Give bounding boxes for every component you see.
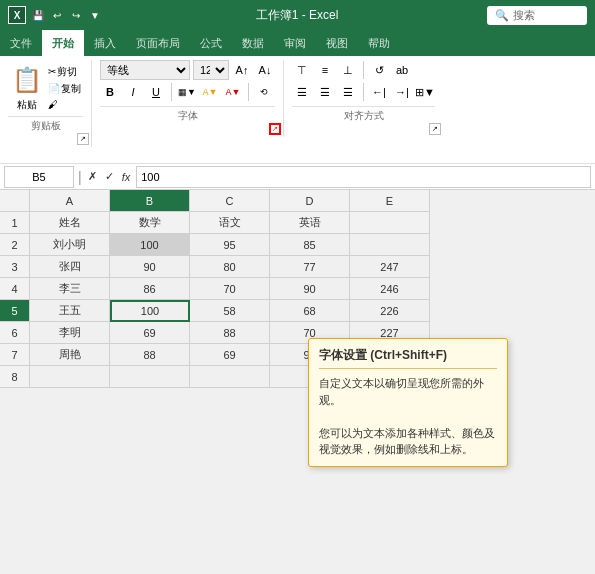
font-color-button[interactable]: A▼: [223, 82, 243, 102]
merge-button[interactable]: ⊞▼: [415, 82, 435, 102]
cell-c1[interactable]: 语文: [190, 212, 270, 234]
cell-c8[interactable]: [190, 366, 270, 388]
cell-c5[interactable]: 58: [190, 300, 270, 322]
cell-e1[interactable]: [350, 212, 430, 234]
align-left-button[interactable]: ☰: [292, 82, 312, 102]
cell-c3[interactable]: 80: [190, 256, 270, 278]
cell-c4[interactable]: 70: [190, 278, 270, 300]
col-header-e[interactable]: E: [350, 190, 430, 212]
font-name-row: 等线 12 A↑ A↓: [100, 60, 275, 80]
cell-e4[interactable]: 246: [350, 278, 430, 300]
col-header-b[interactable]: B: [110, 190, 190, 212]
align-bottom-button[interactable]: ⊥: [338, 60, 358, 80]
cell-b8[interactable]: [110, 366, 190, 388]
column-header-row: A B C D E: [0, 190, 595, 212]
font-label: 字体: [100, 106, 275, 123]
alignment-expander[interactable]: ↗: [429, 123, 441, 135]
col-header-a[interactable]: A: [30, 190, 110, 212]
copy-button[interactable]: 📄复制: [48, 82, 81, 96]
underline-button[interactable]: U: [146, 82, 166, 102]
search-box[interactable]: 🔍 搜索: [487, 6, 587, 25]
row-num-4: 4: [0, 278, 30, 300]
col-header-c[interactable]: C: [190, 190, 270, 212]
cell-a1[interactable]: 姓名: [30, 212, 110, 234]
save-icon[interactable]: 💾: [30, 7, 46, 23]
clipboard-group: 📋 粘贴 ✂剪切 📄复制 🖌 剪贴板 ↗: [8, 60, 92, 147]
fill-color-button[interactable]: A▼: [200, 82, 220, 102]
tab-view[interactable]: 视图: [316, 30, 358, 56]
cell-e2[interactable]: [350, 234, 430, 256]
cell-c6[interactable]: 88: [190, 322, 270, 344]
tab-home[interactable]: 开始: [42, 30, 84, 56]
cell-d3[interactable]: 77: [270, 256, 350, 278]
tab-insert[interactable]: 插入: [84, 30, 126, 56]
tab-review[interactable]: 审阅: [274, 30, 316, 56]
cell-b6[interactable]: 69: [110, 322, 190, 344]
cell-b1[interactable]: 数学: [110, 212, 190, 234]
cell-b3[interactable]: 90: [110, 256, 190, 278]
format-painter-button[interactable]: 🖌: [48, 99, 81, 110]
redo-icon[interactable]: ↪: [68, 7, 84, 23]
alignment-group: ⊤ ≡ ⊥ ↺ ab ☰ ☰ ☰ ←| →| ⊞▼ 对齐方式 ↗: [292, 60, 443, 137]
cell-d5[interactable]: 68: [270, 300, 350, 322]
cut-icon: ✂: [48, 66, 56, 77]
cell-c7[interactable]: 69: [190, 344, 270, 366]
align-right-button[interactable]: ☰: [338, 82, 358, 102]
cell-a8[interactable]: [30, 366, 110, 388]
cell-b7[interactable]: 88: [110, 344, 190, 366]
cell-e3[interactable]: 247: [350, 256, 430, 278]
bold-button[interactable]: B: [100, 82, 120, 102]
align-middle-button[interactable]: ≡: [315, 60, 335, 80]
cell-d1[interactable]: 英语: [270, 212, 350, 234]
wrap-text-button[interactable]: ⟲: [254, 82, 274, 102]
paste-button[interactable]: 📋 粘贴: [10, 62, 44, 112]
name-box[interactable]: B5: [4, 166, 74, 188]
italic-button[interactable]: I: [123, 82, 143, 102]
cell-d2[interactable]: 85: [270, 234, 350, 256]
border-button[interactable]: ▦▼: [177, 82, 197, 102]
paste-area: 📋 粘贴 ✂剪切 📄复制 🖌: [8, 60, 83, 114]
cell-a4[interactable]: 李三: [30, 278, 110, 300]
font-name-select[interactable]: 等线: [100, 60, 190, 80]
align-center-button[interactable]: ☰: [315, 82, 335, 102]
font-settings-tooltip: 字体设置 (Ctrl+Shift+F) 自定义文本以确切呈现您所需的外观。 您可…: [308, 338, 508, 467]
customize-icon[interactable]: ▼: [87, 7, 103, 23]
cell-b2[interactable]: 100: [110, 234, 190, 256]
cell-a5[interactable]: 王五: [30, 300, 110, 322]
tab-formula[interactable]: 公式: [190, 30, 232, 56]
align-top-button[interactable]: ⊤: [292, 60, 312, 80]
undo-icon[interactable]: ↩: [49, 7, 65, 23]
fx-icon[interactable]: ✗: [86, 170, 99, 183]
increase-font-button[interactable]: A↑: [232, 60, 252, 80]
cell-d4[interactable]: 90: [270, 278, 350, 300]
cell-a3[interactable]: 张四: [30, 256, 110, 278]
tab-page-layout[interactable]: 页面布局: [126, 30, 190, 56]
rotate-text-button[interactable]: ↺: [369, 60, 389, 80]
decrease-indent-button[interactable]: ←|: [369, 82, 389, 102]
col-header-d[interactable]: D: [270, 190, 350, 212]
cell-b5[interactable]: 100: [110, 300, 190, 322]
increase-indent-button[interactable]: →|: [392, 82, 412, 102]
wrap-button[interactable]: ab: [392, 60, 412, 80]
cell-b4[interactable]: 86: [110, 278, 190, 300]
clipboard-expander[interactable]: ↗: [77, 133, 89, 145]
tab-file[interactable]: 文件: [0, 30, 42, 56]
cell-a6[interactable]: 李明: [30, 322, 110, 344]
cut-button[interactable]: ✂剪切: [48, 65, 81, 79]
cell-c2[interactable]: 95: [190, 234, 270, 256]
font-expander[interactable]: ↗: [269, 123, 281, 135]
format-painter-icon: 🖌: [48, 99, 58, 110]
cell-e5[interactable]: 226: [350, 300, 430, 322]
formula-input[interactable]: 100: [136, 166, 591, 188]
clipboard-small-buttons: ✂剪切 📄复制 🖌: [48, 65, 81, 110]
font-size-select[interactable]: 12: [193, 60, 229, 80]
cell-a2[interactable]: 刘小明: [30, 234, 110, 256]
cell-a7[interactable]: 周艳: [30, 344, 110, 366]
confirm-icon[interactable]: ✓: [103, 170, 116, 183]
ribbon-tabs: 文件 开始 插入 页面布局 公式 数据 审阅 视图 帮助: [0, 30, 595, 56]
tab-data[interactable]: 数据: [232, 30, 274, 56]
tab-help[interactable]: 帮助: [358, 30, 400, 56]
row-num-8: 8: [0, 366, 30, 388]
decrease-font-button[interactable]: A↓: [255, 60, 275, 80]
insert-function-icon[interactable]: fx: [120, 171, 133, 183]
